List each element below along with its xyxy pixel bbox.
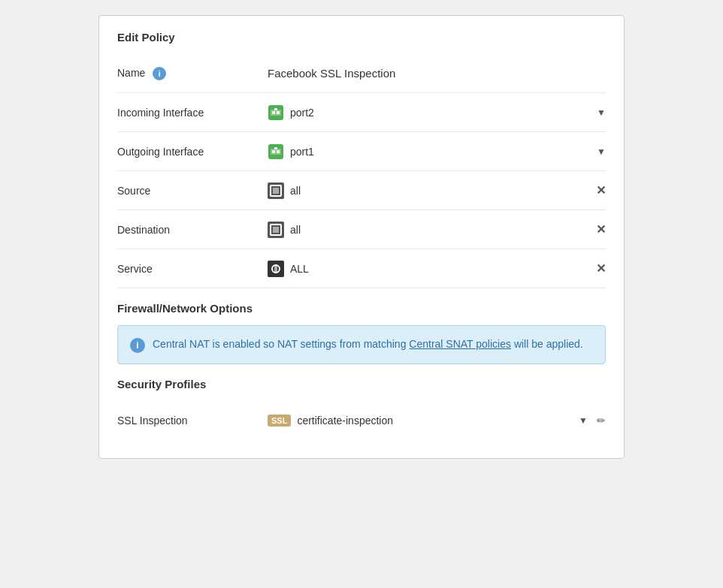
outgoing-interface-label: Outgoing Interface (117, 146, 268, 158)
source-remove-button[interactable]: ✕ (596, 183, 606, 198)
name-value-col: Facebook SSL Inspection (268, 67, 606, 80)
ssl-inspection-value-col: SSL certificate-inspection ▼ ✏ (268, 415, 606, 427)
svg-rect-2 (272, 111, 275, 114)
ssl-inspection-edit-button[interactable]: ✏ (597, 415, 606, 427)
nat-info-icon: i (130, 338, 145, 353)
svg-rect-15 (274, 265, 277, 273)
svg-rect-9 (274, 147, 277, 149)
security-profiles-title: Security Profiles (117, 378, 606, 390)
ssl-badge: SSL (268, 415, 291, 427)
incoming-interface-value: port2 (290, 107, 314, 119)
ssl-inspection-row: SSL Inspection SSL certificate-inspectio… (117, 401, 606, 440)
name-value: Facebook SSL Inspection (268, 67, 395, 80)
ssl-inspection-label: SSL Inspection (117, 415, 268, 427)
destination-row: Destination all ✕ (117, 210, 606, 249)
destination-remove-button[interactable]: ✕ (596, 222, 606, 237)
destination-value: all (290, 224, 301, 236)
service-row: Service ALL ✕ (117, 249, 606, 288)
destination-value-col: all ✕ (268, 222, 606, 238)
incoming-interface-dropdown[interactable]: ▼ (597, 107, 606, 118)
source-label: Source (117, 185, 268, 197)
service-value: ALL (290, 263, 309, 275)
ssl-inspection-dropdown[interactable]: ▼ (579, 415, 588, 426)
incoming-port-icon (268, 104, 284, 121)
incoming-interface-value-col: port2 ▼ (268, 104, 606, 121)
service-remove-button[interactable]: ✕ (596, 261, 606, 276)
incoming-interface-label: Incoming Interface (117, 107, 268, 119)
destination-label: Destination (117, 224, 268, 236)
service-label: Service (117, 263, 268, 275)
svg-rect-4 (274, 108, 277, 110)
ssl-inspection-value: certificate-inspection (297, 415, 393, 427)
firewall-section-title: Firewall/Network Options (117, 302, 606, 315)
outgoing-interface-dropdown[interactable]: ▼ (597, 146, 606, 157)
nat-info-text: Central NAT is enabled so NAT settings f… (153, 336, 583, 352)
source-row: Source all ✕ (117, 171, 606, 210)
source-value: all (290, 185, 301, 197)
outgoing-interface-value-col: port1 ▼ (268, 143, 606, 160)
svg-rect-8 (277, 150, 280, 153)
destination-all-icon (268, 222, 284, 238)
svg-rect-3 (277, 111, 280, 114)
source-all-icon (268, 182, 284, 199)
incoming-interface-row: Incoming Interface port2 ▼ (117, 93, 606, 132)
name-row: Name i Facebook SSL Inspection (117, 54, 606, 93)
svg-rect-7 (272, 150, 275, 153)
edit-policy-title: Edit Policy (117, 31, 606, 44)
outgoing-interface-row: Outgoing Interface port1 ▼ (117, 132, 606, 171)
name-label: Name i (117, 67, 268, 80)
svg-rect-11 (273, 188, 279, 194)
edit-policy-panel: Edit Policy Name i Facebook SSL Inspecti… (98, 15, 625, 459)
source-value-col: all ✕ (268, 182, 606, 199)
outgoing-port-icon (268, 143, 284, 160)
service-value-col: ALL ✕ (268, 261, 606, 277)
nat-info-box: i Central NAT is enabled so NAT settings… (117, 325, 606, 364)
outgoing-interface-value: port1 (290, 146, 314, 158)
name-info-icon[interactable]: i (153, 67, 166, 80)
central-snat-link[interactable]: Central SNAT policies (409, 338, 511, 350)
service-all-icon (268, 261, 284, 277)
svg-rect-13 (273, 227, 279, 233)
